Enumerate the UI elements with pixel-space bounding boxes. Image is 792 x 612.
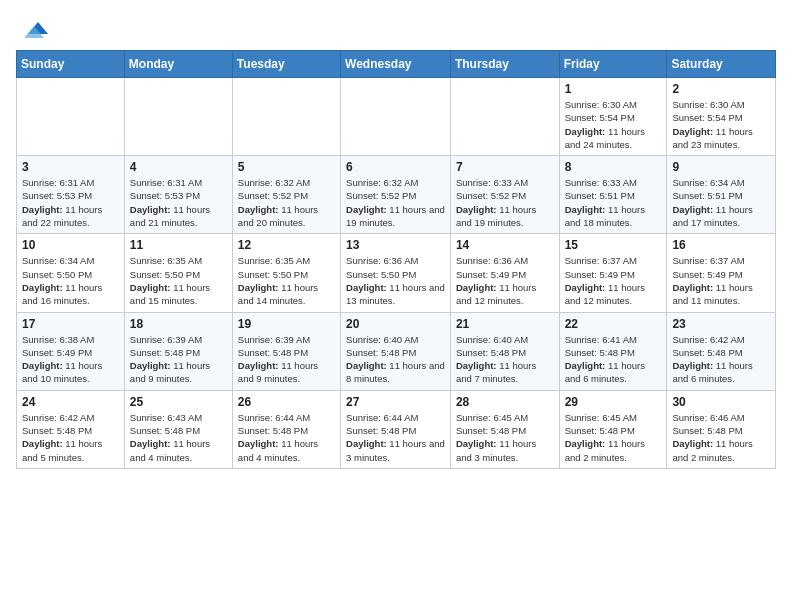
- sun-info: Sunrise: 6:39 AM: [238, 333, 335, 346]
- calendar-cell: [450, 78, 559, 156]
- sun-info: Sunset: 5:48 PM: [238, 424, 335, 437]
- calendar-cell: 9Sunrise: 6:34 AMSunset: 5:51 PMDaylight…: [667, 156, 776, 234]
- daylight-info: Daylight: 11 hours and 2 minutes.: [672, 437, 770, 464]
- logo-icon: [18, 16, 48, 40]
- calendar-body: 1Sunrise: 6:30 AMSunset: 5:54 PMDaylight…: [17, 78, 776, 469]
- sun-info: Sunrise: 6:30 AM: [565, 98, 662, 111]
- sun-info: Sunrise: 6:34 AM: [672, 176, 770, 189]
- calendar-cell: 1Sunrise: 6:30 AMSunset: 5:54 PMDaylight…: [559, 78, 667, 156]
- sun-info: Sunset: 5:53 PM: [130, 189, 227, 202]
- calendar-cell: 30Sunrise: 6:46 AMSunset: 5:48 PMDayligh…: [667, 390, 776, 468]
- sun-info: Sunset: 5:48 PM: [22, 424, 119, 437]
- sun-info: Sunset: 5:51 PM: [672, 189, 770, 202]
- day-number: 17: [22, 317, 119, 331]
- sun-info: Sunrise: 6:31 AM: [130, 176, 227, 189]
- day-number: 4: [130, 160, 227, 174]
- calendar-week-row: 10Sunrise: 6:34 AMSunset: 5:50 PMDayligh…: [17, 234, 776, 312]
- day-number: 7: [456, 160, 554, 174]
- sun-info: Sunset: 5:49 PM: [672, 268, 770, 281]
- calendar-header-row: SundayMondayTuesdayWednesdayThursdayFrid…: [17, 51, 776, 78]
- day-number: 6: [346, 160, 445, 174]
- calendar-cell: 17Sunrise: 6:38 AMSunset: 5:49 PMDayligh…: [17, 312, 125, 390]
- sun-info: Sunset: 5:48 PM: [672, 424, 770, 437]
- day-number: 1: [565, 82, 662, 96]
- sun-info: Sunset: 5:48 PM: [456, 346, 554, 359]
- daylight-info: Daylight: 11 hours and 7 minutes.: [456, 359, 554, 386]
- daylight-info: Daylight: 11 hours and 20 minutes.: [238, 203, 335, 230]
- sun-info: Sunset: 5:49 PM: [22, 346, 119, 359]
- sun-info: Sunset: 5:54 PM: [565, 111, 662, 124]
- calendar-week-row: 17Sunrise: 6:38 AMSunset: 5:49 PMDayligh…: [17, 312, 776, 390]
- calendar-cell: 13Sunrise: 6:36 AMSunset: 5:50 PMDayligh…: [341, 234, 451, 312]
- daylight-info: Daylight: 11 hours and 8 minutes.: [346, 359, 445, 386]
- sun-info: Sunset: 5:48 PM: [565, 424, 662, 437]
- sun-info: Sunrise: 6:32 AM: [238, 176, 335, 189]
- sun-info: Sunrise: 6:43 AM: [130, 411, 227, 424]
- sun-info: Sunset: 5:48 PM: [130, 424, 227, 437]
- daylight-info: Daylight: 11 hours and 9 minutes.: [238, 359, 335, 386]
- sun-info: Sunrise: 6:38 AM: [22, 333, 119, 346]
- calendar-cell: 15Sunrise: 6:37 AMSunset: 5:49 PMDayligh…: [559, 234, 667, 312]
- sun-info: Sunrise: 6:44 AM: [346, 411, 445, 424]
- daylight-info: Daylight: 11 hours and 4 minutes.: [238, 437, 335, 464]
- daylight-info: Daylight: 11 hours and 19 minutes.: [346, 203, 445, 230]
- calendar-cell: 19Sunrise: 6:39 AMSunset: 5:48 PMDayligh…: [232, 312, 340, 390]
- daylight-info: Daylight: 11 hours and 9 minutes.: [130, 359, 227, 386]
- sun-info: Sunset: 5:54 PM: [672, 111, 770, 124]
- sun-info: Sunset: 5:53 PM: [22, 189, 119, 202]
- day-number: 26: [238, 395, 335, 409]
- calendar-cell: 25Sunrise: 6:43 AMSunset: 5:48 PMDayligh…: [124, 390, 232, 468]
- calendar-cell: [17, 78, 125, 156]
- sun-info: Sunrise: 6:42 AM: [22, 411, 119, 424]
- calendar-cell: 28Sunrise: 6:45 AMSunset: 5:48 PMDayligh…: [450, 390, 559, 468]
- sun-info: Sunrise: 6:41 AM: [565, 333, 662, 346]
- calendar-cell: 5Sunrise: 6:32 AMSunset: 5:52 PMDaylight…: [232, 156, 340, 234]
- sun-info: Sunrise: 6:45 AM: [456, 411, 554, 424]
- calendar-cell: 20Sunrise: 6:40 AMSunset: 5:48 PMDayligh…: [341, 312, 451, 390]
- calendar-cell: 22Sunrise: 6:41 AMSunset: 5:48 PMDayligh…: [559, 312, 667, 390]
- daylight-info: Daylight: 11 hours and 3 minutes.: [456, 437, 554, 464]
- daylight-info: Daylight: 11 hours and 6 minutes.: [672, 359, 770, 386]
- day-header-tuesday: Tuesday: [232, 51, 340, 78]
- sun-info: Sunrise: 6:37 AM: [565, 254, 662, 267]
- day-number: 23: [672, 317, 770, 331]
- sun-info: Sunset: 5:48 PM: [238, 346, 335, 359]
- sun-info: Sunrise: 6:33 AM: [456, 176, 554, 189]
- sun-info: Sunset: 5:48 PM: [672, 346, 770, 359]
- day-number: 24: [22, 395, 119, 409]
- daylight-info: Daylight: 11 hours and 11 minutes.: [672, 281, 770, 308]
- daylight-info: Daylight: 11 hours and 19 minutes.: [456, 203, 554, 230]
- sun-info: Sunset: 5:48 PM: [130, 346, 227, 359]
- day-header-friday: Friday: [559, 51, 667, 78]
- day-number: 2: [672, 82, 770, 96]
- calendar-cell: 3Sunrise: 6:31 AMSunset: 5:53 PMDaylight…: [17, 156, 125, 234]
- day-number: 19: [238, 317, 335, 331]
- day-number: 8: [565, 160, 662, 174]
- day-header-sunday: Sunday: [17, 51, 125, 78]
- calendar-cell: 12Sunrise: 6:35 AMSunset: 5:50 PMDayligh…: [232, 234, 340, 312]
- calendar-table: SundayMondayTuesdayWednesdayThursdayFrid…: [16, 50, 776, 469]
- calendar-cell: 2Sunrise: 6:30 AMSunset: 5:54 PMDaylight…: [667, 78, 776, 156]
- calendar-week-row: 1Sunrise: 6:30 AMSunset: 5:54 PMDaylight…: [17, 78, 776, 156]
- day-number: 15: [565, 238, 662, 252]
- daylight-info: Daylight: 11 hours and 12 minutes.: [456, 281, 554, 308]
- sun-info: Sunrise: 6:34 AM: [22, 254, 119, 267]
- day-header-wednesday: Wednesday: [341, 51, 451, 78]
- sun-info: Sunrise: 6:42 AM: [672, 333, 770, 346]
- sun-info: Sunrise: 6:37 AM: [672, 254, 770, 267]
- day-number: 21: [456, 317, 554, 331]
- calendar-week-row: 3Sunrise: 6:31 AMSunset: 5:53 PMDaylight…: [17, 156, 776, 234]
- daylight-info: Daylight: 11 hours and 15 minutes.: [130, 281, 227, 308]
- sun-info: Sunset: 5:52 PM: [456, 189, 554, 202]
- day-number: 28: [456, 395, 554, 409]
- calendar-cell: 18Sunrise: 6:39 AMSunset: 5:48 PMDayligh…: [124, 312, 232, 390]
- sun-info: Sunset: 5:50 PM: [346, 268, 445, 281]
- calendar-cell: 7Sunrise: 6:33 AMSunset: 5:52 PMDaylight…: [450, 156, 559, 234]
- day-number: 30: [672, 395, 770, 409]
- sun-info: Sunrise: 6:40 AM: [346, 333, 445, 346]
- sun-info: Sunset: 5:48 PM: [565, 346, 662, 359]
- daylight-info: Daylight: 11 hours and 13 minutes.: [346, 281, 445, 308]
- sun-info: Sunrise: 6:45 AM: [565, 411, 662, 424]
- day-number: 29: [565, 395, 662, 409]
- daylight-info: Daylight: 11 hours and 24 minutes.: [565, 125, 662, 152]
